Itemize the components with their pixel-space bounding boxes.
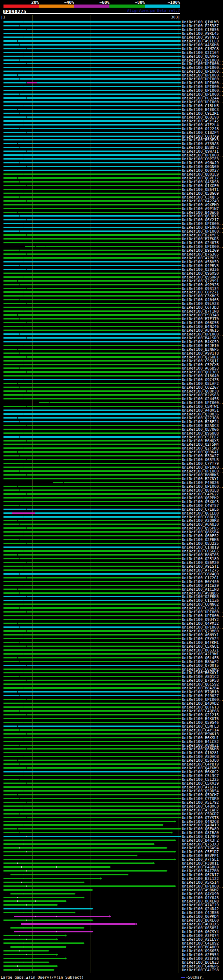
hit-bar[interactable] xyxy=(3,756,180,757)
alignment-row[interactable]: UniRef100_Q6L4F8 xyxy=(0,656,223,660)
alignment-row[interactable]: UniRef100_O42249 xyxy=(0,199,223,203)
hit-bar[interactable] xyxy=(3,798,180,799)
hit-bar[interactable] xyxy=(3,699,180,700)
hit-bar[interactable] xyxy=(3,745,180,746)
alignment-row[interactable]: UniRef100_Q9SXR9 xyxy=(0,275,223,279)
hit-bar[interactable] xyxy=(3,679,180,681)
hit-bar[interactable] xyxy=(3,139,180,140)
hit-bar[interactable] xyxy=(25,246,180,247)
alignment-row[interactable]: UniRef100_A9V1T8 xyxy=(0,352,223,355)
hit-bar[interactable] xyxy=(3,817,180,818)
hit-bar[interactable] xyxy=(3,284,180,285)
hit-bar[interactable] xyxy=(10,874,127,875)
hit-bar[interactable] xyxy=(3,619,180,620)
hit-bar[interactable] xyxy=(3,523,180,525)
hit-bar[interactable] xyxy=(3,969,53,970)
hit-bar[interactable] xyxy=(3,611,180,612)
hit-bar[interactable] xyxy=(3,771,180,772)
hit-bar[interactable] xyxy=(3,623,180,624)
hit-bar[interactable] xyxy=(3,291,180,293)
hit-bar[interactable] xyxy=(3,935,65,936)
hit-bar[interactable] xyxy=(3,566,180,567)
hit-bar[interactable] xyxy=(3,878,100,879)
hit-bar[interactable] xyxy=(3,592,180,594)
hit-bar[interactable] xyxy=(3,455,180,457)
hit-bar[interactable] xyxy=(3,531,180,533)
hit-bar[interactable] xyxy=(3,859,175,860)
hit-bar[interactable] xyxy=(3,710,180,712)
hit-bar[interactable] xyxy=(3,649,180,651)
hit-bar[interactable] xyxy=(3,128,180,129)
hit-bar[interactable] xyxy=(3,67,180,68)
hit-bar[interactable] xyxy=(3,208,180,209)
hit-bar[interactable] xyxy=(3,950,48,951)
hit-bar[interactable] xyxy=(3,29,180,30)
hit-bar[interactable] xyxy=(3,52,180,53)
hit-bar[interactable] xyxy=(3,836,180,837)
hit-bar[interactable] xyxy=(3,447,180,449)
hit-bar[interactable] xyxy=(3,75,180,76)
hit-bar[interactable] xyxy=(3,855,136,856)
alignment-row[interactable]: UniRef100_A9XEM9 xyxy=(0,203,223,207)
hit-bar[interactable] xyxy=(3,276,180,278)
hit-bar[interactable] xyxy=(3,828,180,829)
hit-bar[interactable] xyxy=(3,885,175,887)
alignment-row[interactable]: UniRef100_B0Y4S0 xyxy=(0,580,223,584)
hit-bar[interactable] xyxy=(3,505,180,506)
hit-bar[interactable] xyxy=(3,607,180,609)
hit-bar[interactable] xyxy=(3,600,180,601)
hit-bar[interactable] xyxy=(3,158,180,159)
alignment-row[interactable]: UniRef100_A3LWH7 xyxy=(0,808,223,812)
hit-bar[interactable] xyxy=(3,741,180,742)
hit-bar[interactable] xyxy=(3,535,180,536)
hit-bar[interactable] xyxy=(3,322,180,323)
hit-bar[interactable] xyxy=(3,737,180,738)
hit-bar[interactable] xyxy=(3,398,180,399)
hit-bar[interactable] xyxy=(3,425,180,426)
hit-bar[interactable] xyxy=(3,821,175,822)
alignment-row[interactable]: UniRef100_O42248 xyxy=(0,127,223,131)
hit-bar[interactable] xyxy=(3,288,180,289)
alignment-row[interactable]: UniRef100_UPI000.. xyxy=(0,885,223,888)
hit-bar[interactable] xyxy=(3,151,180,152)
hit-bar[interactable] xyxy=(3,962,48,963)
hit-bar[interactable] xyxy=(3,691,180,692)
hit-bar[interactable] xyxy=(10,927,83,929)
hit-bar[interactable] xyxy=(3,939,56,940)
alignment-row[interactable]: UniRef100_Q870G6 xyxy=(0,428,223,431)
hit-bar[interactable] xyxy=(3,124,180,126)
hit-bar[interactable] xyxy=(3,562,180,563)
hit-bar[interactable] xyxy=(3,634,180,635)
hit-bar[interactable] xyxy=(3,638,180,639)
alignment-row[interactable]: UniRef100_A9BKM7 xyxy=(0,888,223,892)
hit-bar[interactable] xyxy=(3,897,83,898)
hit-bar[interactable] xyxy=(3,840,175,841)
hit-bar[interactable] xyxy=(3,40,180,42)
hit-bar[interactable] xyxy=(3,706,180,708)
hit-bar[interactable] xyxy=(3,360,180,361)
alignment-row[interactable]: UniRef100_C1BZP4 xyxy=(0,131,223,135)
hit-bar[interactable] xyxy=(3,63,180,64)
hit-bar[interactable] xyxy=(3,390,180,392)
hit-bar[interactable] xyxy=(3,813,180,815)
hit-bar[interactable] xyxy=(3,684,180,685)
hit-bar[interactable] xyxy=(3,295,180,296)
hit-bar[interactable] xyxy=(3,356,180,358)
hit-bar[interactable] xyxy=(3,870,166,872)
hit-bar[interactable] xyxy=(3,570,180,571)
hit-bar[interactable] xyxy=(3,238,180,240)
hit-bar[interactable] xyxy=(3,805,180,807)
hit-bar[interactable] xyxy=(3,725,180,727)
alignment-row[interactable]: UniRef100_C7EWL6 xyxy=(0,508,223,511)
hit-bar[interactable] xyxy=(3,722,180,723)
hit-bar[interactable] xyxy=(3,490,180,491)
hit-bar[interactable] xyxy=(3,261,180,262)
hit-bar[interactable] xyxy=(3,847,166,849)
hit-bar[interactable] xyxy=(3,672,180,673)
hit-bar[interactable] xyxy=(3,204,180,205)
alignment-row[interactable]: UniRef100_C9SQ11 xyxy=(0,359,223,363)
hit-bar[interactable] xyxy=(3,215,180,216)
hit-bar[interactable] xyxy=(3,227,180,228)
hit-bar[interactable] xyxy=(3,760,180,761)
hit-bar[interactable] xyxy=(3,368,180,369)
